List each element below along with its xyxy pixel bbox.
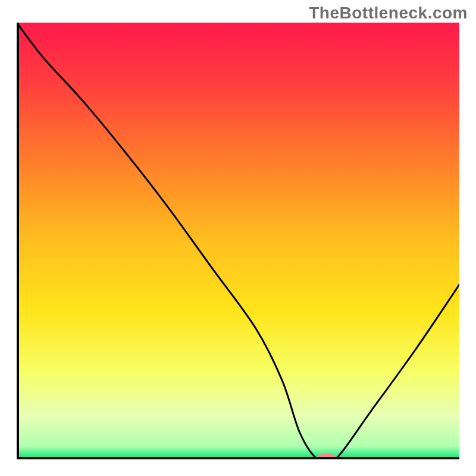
- chart-svg: [17, 23, 459, 459]
- chart-root: TheBottleneck.com: [0, 0, 476, 476]
- plot-area: [17, 23, 459, 459]
- gradient-background: [17, 23, 459, 459]
- watermark-label: TheBottleneck.com: [309, 4, 468, 23]
